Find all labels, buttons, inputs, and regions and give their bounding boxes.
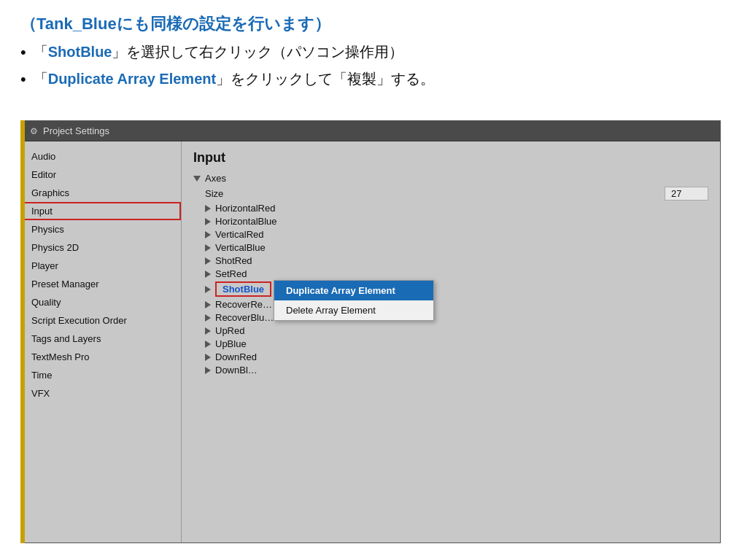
triangle-right-icon — [205, 354, 211, 361]
main-content: Audio Editor Graphics Input Physics Phys… — [21, 141, 720, 542]
bullet-dot-2: • — [20, 69, 26, 90]
title-bar: ⚙ Project Settings — [21, 121, 720, 141]
axis-item-shot-blue[interactable]: ShotBlue — [193, 281, 271, 297]
bullet-2-text: 「Duplicate Array Element」をクリックして「複製」する。 — [34, 69, 435, 89]
panel-title: Input — [193, 150, 708, 166]
annotation-bullet-1: • 「ShotBlue」を選択して右クリック（パソコン操作用） — [20, 42, 727, 63]
triangle-right-icon — [205, 231, 211, 238]
sidebar-item-time[interactable]: Time — [21, 366, 181, 384]
size-row: Size 27 — [193, 187, 708, 201]
shot-blue-row-wrapper: ShotBlue Duplicate Array Element Delete … — [193, 281, 271, 299]
axis-item-recover-red[interactable]: RecoverRe… — [193, 299, 708, 310]
context-menu-item-duplicate[interactable]: Duplicate Array Element — [274, 281, 433, 300]
axis-label-vertical-red: VerticalRed — [215, 229, 263, 240]
size-value[interactable]: 27 — [665, 187, 708, 201]
axis-item-up-blue[interactable]: UpBlue — [193, 338, 708, 349]
axis-item-set-red[interactable]: SetRed — [193, 268, 708, 279]
axis-label-up-red: UpRed — [215, 325, 244, 336]
axis-label-down-blue: DownBl… — [215, 365, 258, 376]
yellow-accent-bar — [20, 120, 25, 543]
axes-label: Axes — [205, 173, 226, 184]
bullet-1-text: 「ShotBlue」を選択して右クリック（パソコン操作用） — [34, 42, 404, 62]
axis-label-down-red: DownRed — [215, 351, 257, 362]
axis-label-vertical-blue: VerticalBlue — [215, 242, 266, 253]
sidebar-item-input[interactable]: Input — [21, 202, 181, 220]
sidebar-item-player[interactable]: Player — [21, 257, 181, 275]
annotation-bullet-2: • 「Duplicate Array Element」をクリックして「複製」する… — [20, 69, 727, 90]
size-label: Size — [205, 188, 665, 199]
triangle-right-icon — [205, 341, 211, 348]
sidebar-item-vfx[interactable]: VFX — [21, 384, 181, 402]
duplicate-highlight: Duplicate Array Element — [48, 71, 216, 87]
axis-label-recover-red: RecoverRe… — [215, 299, 272, 310]
right-panel: Input Axes Size 27 HorizontalRed Horizon… — [182, 141, 720, 542]
axis-label-shot-blue: ShotBlue — [215, 281, 271, 297]
axis-label-up-blue: UpBlue — [215, 338, 247, 349]
axis-label-set-red: SetRed — [215, 268, 247, 279]
axis-item-down-red[interactable]: DownRed — [193, 351, 708, 362]
sidebar-item-quality[interactable]: Quality — [21, 293, 181, 311]
sidebar-item-editor[interactable]: Editor — [21, 166, 181, 184]
axis-item-shot-red[interactable]: ShotRed — [193, 255, 708, 266]
axis-item-vertical-red[interactable]: VerticalRed — [193, 229, 708, 240]
axes-header[interactable]: Axes — [193, 173, 708, 184]
triangle-right-icon — [205, 301, 211, 308]
shotblue-highlight: ShotBlue — [48, 44, 112, 60]
sidebar-item-graphics[interactable]: Graphics — [21, 184, 181, 202]
window-title: Project Settings — [43, 125, 109, 136]
triangle-right-icon — [205, 205, 211, 212]
triangle-right-icon — [205, 314, 211, 322]
sidebar-item-physics[interactable]: Physics — [21, 220, 181, 238]
annotation-area: （Tank_Blueにも同様の設定を行います） • 「ShotBlue」を選択し… — [0, 0, 747, 103]
triangle-right-icon — [205, 367, 211, 374]
unity-window: ⚙ Project Settings Audio Editor Graphics… — [20, 120, 721, 543]
axis-item-down-blue[interactable]: DownBl… — [193, 365, 708, 376]
axis-label-shot-red: ShotRed — [215, 255, 252, 266]
axis-label-horizontal-red: HorizontalRed — [215, 203, 275, 214]
axis-item-recover-blue[interactable]: RecoverBlu… — [193, 312, 708, 323]
sidebar-item-tags-and-layers[interactable]: Tags and Layers — [21, 330, 181, 348]
axis-item-up-red[interactable]: UpRed — [193, 325, 708, 336]
sidebar: Audio Editor Graphics Input Physics Phys… — [21, 141, 182, 542]
triangle-right-icon — [205, 327, 211, 335]
axis-item-vertical-blue[interactable]: VerticalBlue — [193, 242, 708, 253]
triangle-right-icon — [205, 286, 211, 293]
triangle-right-icon — [205, 218, 211, 225]
sidebar-item-physics2d[interactable]: Physics 2D — [21, 238, 181, 257]
axis-label-recover-blue: RecoverBlu… — [215, 312, 274, 323]
context-menu-item-delete[interactable]: Delete Array Element — [274, 300, 433, 320]
axis-label-horizontal-blue: HorizontalBlue — [215, 216, 277, 227]
bullet-dot-1: • — [20, 42, 26, 63]
context-menu: Duplicate Array Element Delete Array Ele… — [274, 280, 434, 321]
triangle-down-icon — [193, 176, 201, 182]
axis-item-horizontal-red[interactable]: HorizontalRed — [193, 203, 708, 214]
triangle-right-icon — [205, 257, 211, 265]
sidebar-item-audio[interactable]: Audio — [21, 147, 181, 166]
axis-item-horizontal-blue[interactable]: HorizontalBlue — [193, 216, 708, 227]
sidebar-item-preset-manager[interactable]: Preset Manager — [21, 275, 181, 293]
triangle-right-icon — [205, 271, 211, 278]
gear-icon: ⚙ — [28, 126, 39, 136]
annotation-title: （Tank_Blueにも同様の設定を行います） — [20, 13, 727, 35]
sidebar-item-script-execution-order[interactable]: Script Execution Order — [21, 311, 181, 330]
sidebar-item-textmesh-pro[interactable]: TextMesh Pro — [21, 348, 181, 366]
triangle-right-icon — [205, 244, 211, 252]
